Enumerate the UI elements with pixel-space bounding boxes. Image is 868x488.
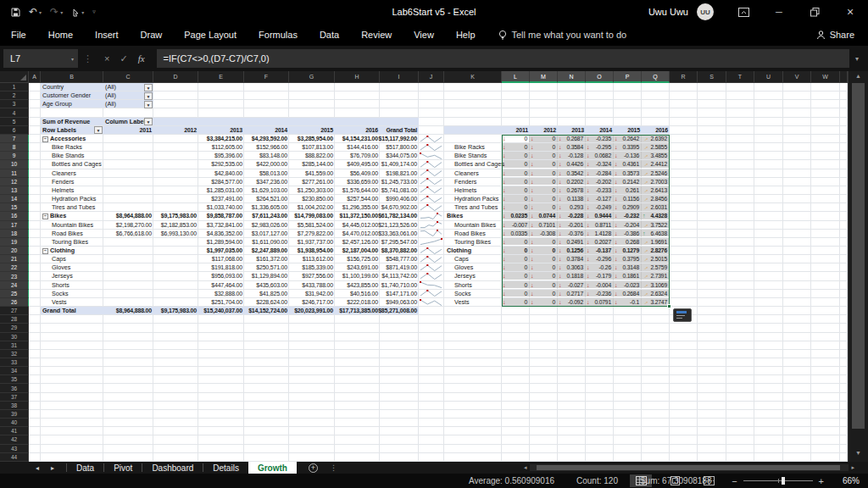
horizontal-scroll-thumb[interactable] — [537, 465, 841, 470]
growth-cell[interactable]: ↓-0.092 — [558, 298, 586, 306]
growth-cell[interactable]: ↓-0.324 — [586, 160, 614, 168]
growth-cell[interactable]: ↓-0.023 — [614, 281, 642, 289]
filter-dropdown-icon[interactable]: ▼ — [144, 101, 153, 108]
row-header-28[interactable]: 28 — [0, 315, 29, 324]
growth-cell[interactable]: ↓0 — [502, 263, 530, 271]
growth-cell[interactable]: ↓-0.128 — [558, 152, 586, 159]
column-labels-dropdown-icon[interactable]: ▼ — [144, 118, 153, 125]
avatar[interactable]: UU — [697, 3, 714, 20]
row-header-10[interactable]: 10 — [0, 160, 29, 169]
row-header-26[interactable]: 26 — [0, 298, 29, 307]
formula-input[interactable]: =IF(C7<>0,(D7-C7)/C7,0) — [157, 49, 849, 68]
column-header-E[interactable]: E — [198, 71, 244, 83]
growth-cell[interactable]: ↓0.0682 — [586, 152, 614, 159]
row-header-13[interactable]: 13 — [0, 186, 29, 195]
growth-cell[interactable]: ↓0.2027 — [586, 238, 614, 246]
column-header-U[interactable]: U — [754, 71, 783, 83]
row-header-34[interactable]: 34 — [0, 367, 29, 375]
growth-cell[interactable]: ↓-0.232 — [614, 212, 642, 219]
growth-cell[interactable]: →2.5855 — [642, 143, 670, 151]
row-header-1[interactable]: 1 — [0, 83, 29, 92]
zoom-out-button[interactable]: − — [732, 476, 737, 486]
growth-cell[interactable]: ↓-0.236 — [586, 290, 614, 297]
minimize-button[interactable]: ─ — [761, 0, 797, 24]
zoom-level[interactable]: 66% — [836, 476, 860, 485]
row-header-25[interactable]: 25 — [0, 290, 29, 298]
growth-cell[interactable]: ↓0.3063 — [558, 263, 586, 271]
growth-cell[interactable]: ↓0.2202 — [558, 178, 586, 186]
growth-cell[interactable]: ↓0 — [530, 160, 558, 168]
column-header-F[interactable]: F — [244, 71, 289, 83]
growth-cell[interactable]: ↓0 — [502, 186, 530, 194]
row-header-38[interactable]: 38 — [0, 402, 29, 410]
growth-cell[interactable]: ↓0 — [530, 238, 558, 246]
growth-cell[interactable]: ↓-0.137 — [586, 247, 614, 254]
row-header-8[interactable]: 8 — [0, 143, 29, 152]
tab-data[interactable]: Data — [309, 24, 350, 46]
tab-review[interactable]: Review — [350, 24, 403, 46]
insert-function-button[interactable]: fx — [138, 53, 145, 64]
growth-cell[interactable]: ↓0 — [502, 281, 530, 289]
growth-cell[interactable]: ↓0 — [530, 186, 558, 194]
row-header-40[interactable]: 40 — [0, 419, 29, 427]
row-header-7[interactable]: 7 — [0, 135, 29, 143]
cancel-formula-button[interactable]: × — [104, 53, 109, 64]
zoom-slider[interactable] — [743, 480, 813, 481]
tell-me-box[interactable]: Tell me what you want to do — [498, 30, 627, 41]
growth-cell[interactable]: ↓-0.295 — [586, 143, 614, 151]
growth-cell[interactable]: →3.1069 — [642, 281, 670, 289]
row-header-20[interactable]: 20 — [0, 247, 29, 255]
restore-button[interactable] — [797, 0, 832, 24]
column-header-P[interactable]: P — [614, 71, 642, 83]
growth-cell[interactable]: →2.5759 — [642, 263, 670, 271]
column-header-D[interactable]: D — [153, 71, 198, 83]
growth-cell[interactable]: ↓0 — [530, 298, 558, 306]
customize-qat-button[interactable]: ▿ — [90, 8, 98, 15]
column-header-K[interactable]: K — [444, 71, 502, 83]
growth-cell[interactable]: →2.6392 — [642, 135, 670, 142]
tab-draw[interactable]: Draw — [130, 24, 174, 46]
growth-cell[interactable]: ↓0 — [502, 160, 530, 168]
growth-cell[interactable]: ↓0 — [502, 298, 530, 306]
prev-sheet-icon[interactable]: ◂ — [36, 464, 39, 472]
touch-mode-button[interactable]: ▾ — [69, 8, 86, 17]
active-cell[interactable]: ↓0 — [502, 135, 530, 142]
sheet-tab-dashboard[interactable]: Dashboard — [142, 462, 203, 474]
growth-cell[interactable]: ↓-0.136 — [614, 152, 642, 159]
sheet-tab-growth[interactable]: Growth — [248, 462, 297, 474]
formula-bar-splitter[interactable]: ⋮ — [78, 53, 97, 64]
horizontal-scrollbar[interactable]: ◂ ▸ — [524, 463, 854, 472]
growth-cell[interactable]: ↓0 — [530, 255, 558, 263]
row-header-24[interactable]: 24 — [0, 281, 29, 290]
row-header-5[interactable]: 5 — [0, 118, 29, 126]
growth-cell[interactable]: ↓0 — [530, 195, 558, 202]
row-header-23[interactable]: 23 — [0, 272, 29, 280]
growth-cell[interactable]: ↓0 — [502, 238, 530, 246]
growth-cell[interactable]: →3.7522 — [642, 221, 670, 229]
growth-cell[interactable]: ↓0.2491 — [558, 238, 586, 246]
growth-cell[interactable]: ↓0 — [530, 203, 558, 211]
column-header-R[interactable]: R — [670, 71, 698, 83]
growth-cell[interactable]: ↓0.2678 — [558, 186, 586, 194]
row-header-19[interactable]: 19 — [0, 238, 29, 247]
growth-cell[interactable]: ↓0.3395 — [614, 143, 642, 151]
growth-cell[interactable]: ↓-0.386 — [614, 230, 642, 237]
row-header-15[interactable]: 15 — [0, 203, 29, 212]
column-header-B[interactable]: B — [41, 71, 103, 83]
row-header-37[interactable]: 37 — [0, 393, 29, 402]
row-header-39[interactable]: 39 — [0, 410, 29, 419]
row-header-21[interactable]: 21 — [0, 255, 29, 263]
row-header-3[interactable]: 3 — [0, 100, 29, 108]
enter-formula-button[interactable]: ✓ — [120, 53, 127, 64]
growth-cell[interactable]: ↓-0.179 — [586, 272, 614, 280]
growth-cell[interactable]: ↑4.4328 — [642, 212, 670, 219]
growth-cell[interactable]: ↓0.1279 — [614, 247, 642, 254]
row-labels-dropdown-icon[interactable]: ▼ — [94, 126, 103, 134]
growth-cell[interactable]: ↓0 — [530, 143, 558, 151]
column-header-X[interactable] — [840, 71, 848, 83]
row-header-33[interactable]: 33 — [0, 358, 29, 367]
collapse-icon[interactable]: − — [42, 136, 48, 142]
growth-cell[interactable]: ↓0.2909 — [614, 203, 642, 211]
growth-cell[interactable]: ↓0 — [502, 255, 530, 263]
growth-cell[interactable]: ↓0.3148 — [614, 263, 642, 271]
